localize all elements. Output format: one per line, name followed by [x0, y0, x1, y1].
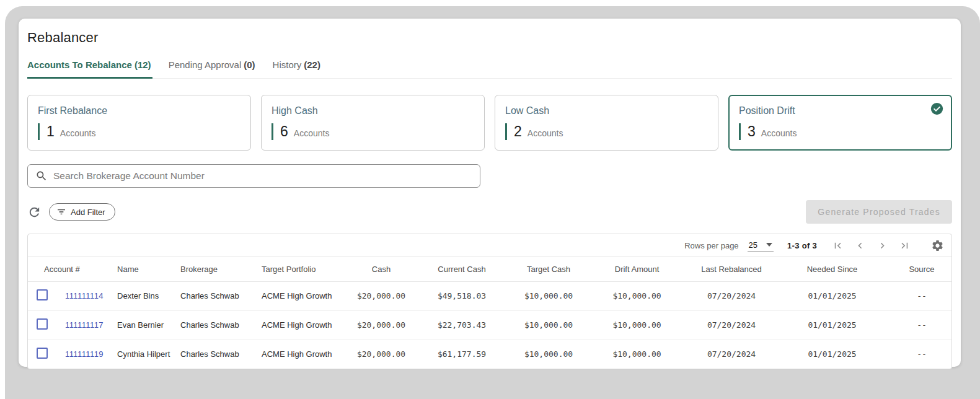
- cell-current-cash: $49,518.03: [418, 281, 505, 310]
- cell-source: --: [883, 281, 952, 310]
- row-checkbox[interactable]: [37, 348, 48, 359]
- card-count: 3: [748, 123, 756, 140]
- cell-needed-since: 01/01/2025: [781, 281, 883, 310]
- cell-target-cash: $10,000.00: [505, 310, 592, 340]
- dropdown-caret-icon: [766, 243, 772, 247]
- tab-label: Accounts To Rebalance: [27, 59, 132, 70]
- card-title: Low Cash: [505, 105, 708, 116]
- rows-per-page-value: 25: [749, 240, 757, 250]
- tab-bar: Accounts To Rebalance (12) Pending Appro…: [27, 59, 952, 79]
- col-header-account: Account #: [28, 257, 115, 281]
- card-title: First Rebalance: [38, 105, 241, 116]
- pagination-range: 1-3 of 3: [787, 241, 817, 250]
- next-page-button[interactable]: [876, 240, 888, 252]
- pagination-controls: [832, 239, 944, 252]
- col-header-cash: Cash: [344, 257, 418, 281]
- settings-gear-icon: [931, 239, 944, 252]
- tab-pending-approval[interactable]: Pending Approval (0): [169, 59, 257, 78]
- accent-bar: [271, 123, 273, 140]
- card-count: 6: [280, 123, 288, 140]
- first-page-icon: [832, 240, 844, 252]
- accounts-table: Account # Name Brokerage Target Portfoli…: [28, 257, 952, 369]
- cell-drift-amount: $10,000.00: [592, 310, 682, 340]
- cell-brokerage: Charles Schwab: [177, 281, 254, 310]
- search-icon: [35, 170, 48, 182]
- rows-per-page-select[interactable]: 25: [748, 240, 774, 252]
- tab-label: Pending Approval: [169, 59, 242, 71]
- col-header-current-cash: Current Cash: [418, 257, 505, 281]
- tab-history[interactable]: History (22): [273, 59, 322, 78]
- table-settings-button[interactable]: [931, 239, 944, 252]
- card-title: Position Drift: [739, 105, 942, 116]
- cell-drift-amount: $10,000.00: [592, 340, 682, 369]
- summary-card-first-rebalance[interactable]: First Rebalance 1 Accounts: [27, 95, 251, 151]
- cell-current-cash: $61,177.59: [418, 340, 505, 369]
- last-page-button[interactable]: [899, 240, 911, 252]
- toolbar: Add Filter Generate Proposed Trades: [27, 200, 952, 224]
- cell-target-portfolio: ACME High Growth: [254, 340, 344, 369]
- row-checkbox[interactable]: [37, 318, 48, 330]
- cell-needed-since: 01/01/2025: [781, 310, 883, 340]
- card-unit: Accounts: [294, 128, 330, 138]
- add-filter-button[interactable]: Add Filter: [49, 203, 115, 221]
- refresh-icon: [27, 205, 42, 219]
- accent-bar: [38, 123, 40, 140]
- table-row: 111111117 Evan Bernier Charles Schwab AC…: [28, 310, 952, 340]
- cell-target-portfolio: ACME High Growth: [254, 281, 344, 310]
- card-title: High Cash: [271, 105, 474, 116]
- refresh-button[interactable]: [27, 205, 42, 219]
- search-input[interactable]: [53, 170, 472, 182]
- add-filter-label: Add Filter: [71, 208, 105, 217]
- cell-cash: $20,000.00: [344, 310, 418, 340]
- tab-accounts-to-rebalance[interactable]: Accounts To Rebalance (12): [27, 59, 152, 79]
- cell-name: Evan Bernier: [115, 310, 177, 340]
- screenshot-root: Rebalancer Accounts To Rebalance (12) Pe…: [0, 0, 980, 399]
- first-page-button[interactable]: [832, 240, 844, 252]
- col-header-last-rebalanced: Last Rebalanced: [682, 257, 781, 281]
- page-title: Rebalancer: [27, 30, 952, 46]
- generate-proposed-trades-button[interactable]: Generate Proposed Trades: [806, 200, 952, 224]
- table-header-row: Account # Name Brokerage Target Portfoli…: [28, 257, 952, 281]
- tab-count: (12): [135, 59, 151, 70]
- card-count: 1: [46, 123, 55, 140]
- filter-list-icon: [56, 207, 66, 217]
- rebalancer-panel: Rebalancer Accounts To Rebalance (12) Pe…: [19, 19, 961, 367]
- cell-source: --: [883, 310, 952, 340]
- cell-name: Cynthia Hilpert: [115, 340, 177, 369]
- table-row: 111111119 Cynthia Hilpert Charles Schwab…: [28, 340, 952, 369]
- cell-target-cash: $10,000.00: [505, 281, 592, 310]
- cell-target-cash: $10,000.00: [505, 340, 592, 369]
- col-header-brokerage: Brokerage: [177, 257, 254, 281]
- col-header-name: Name: [115, 257, 177, 281]
- pagination-bar: Rows per page 25 1-3 of 3: [28, 234, 951, 257]
- cell-last-rebalanced: 07/20/2024: [682, 340, 781, 369]
- cell-cash: $20,000.00: [344, 281, 418, 310]
- cell-name: Dexter Bins: [115, 281, 177, 310]
- cell-target-portfolio: ACME High Growth: [254, 310, 344, 340]
- col-header-target-portfolio: Target Portfolio: [254, 257, 344, 281]
- account-number-link[interactable]: 111111117: [53, 310, 115, 340]
- chevron-left-icon: [854, 240, 866, 252]
- row-checkbox[interactable]: [37, 289, 48, 300]
- chevron-right-icon: [876, 240, 888, 252]
- check-circle-icon: [930, 102, 943, 115]
- cell-needed-since: 01/01/2025: [781, 340, 883, 369]
- col-header-source: Source: [883, 257, 952, 281]
- cell-cash: $20,000.00: [344, 340, 418, 369]
- search-box[interactable]: [27, 164, 480, 188]
- cell-brokerage: Charles Schwab: [177, 310, 254, 340]
- card-unit: Accounts: [528, 128, 563, 138]
- col-header-needed-since: Needed Since: [781, 257, 883, 281]
- cell-current-cash: $22,703.43: [418, 310, 505, 340]
- cell-last-rebalanced: 07/20/2024: [682, 281, 781, 310]
- col-header-target-cash: Target Cash: [505, 257, 592, 281]
- previous-page-button[interactable]: [854, 240, 866, 252]
- account-number-link[interactable]: 111111114: [53, 281, 115, 310]
- summary-card-high-cash[interactable]: High Cash 6 Accounts: [261, 95, 485, 151]
- summary-card-position-drift[interactable]: Position Drift 3 Accounts: [728, 95, 952, 151]
- summary-card-low-cash[interactable]: Low Cash 2 Accounts: [495, 95, 718, 151]
- col-header-drift-amount: Drift Amount: [592, 257, 682, 281]
- cell-source: --: [883, 340, 952, 369]
- account-number-link[interactable]: 111111119: [53, 340, 115, 369]
- cell-brokerage: Charles Schwab: [177, 340, 254, 369]
